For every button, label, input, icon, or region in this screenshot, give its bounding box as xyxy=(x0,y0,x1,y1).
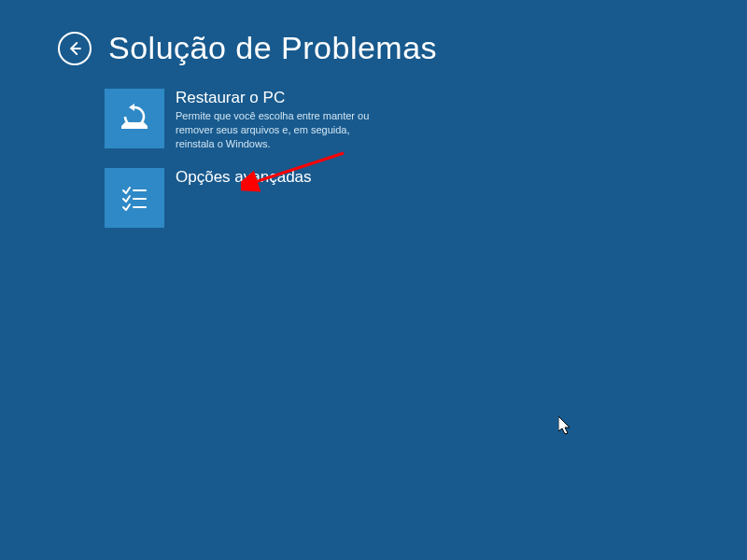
tile-advanced-options[interactable]: Opções avançadas xyxy=(105,168,375,228)
restore-pc-icon xyxy=(105,89,164,148)
svg-marker-9 xyxy=(558,416,570,434)
tile-text: Restaurar o PC Permite que você escolha … xyxy=(164,89,375,151)
header: Solução de Problemas xyxy=(0,0,747,66)
back-button[interactable] xyxy=(58,32,92,65)
page-title: Solução de Problemas xyxy=(108,30,437,66)
mouse-cursor-icon xyxy=(558,416,573,437)
tile-text: Opções avançadas xyxy=(164,168,312,189)
options-list: Restaurar o PC Permite que você escolha … xyxy=(105,89,747,228)
arrow-left-icon xyxy=(66,40,83,57)
tile-description: Permite que você escolha entre manter ou… xyxy=(176,109,375,151)
tile-title: Restaurar o PC xyxy=(176,89,375,107)
svg-marker-1 xyxy=(129,104,134,111)
svg-marker-3 xyxy=(121,122,148,126)
advanced-options-icon xyxy=(105,168,164,228)
svg-rect-2 xyxy=(121,126,148,129)
tile-title: Opções avançadas xyxy=(176,168,312,187)
tile-restore-pc[interactable]: Restaurar o PC Permite que você escolha … xyxy=(105,89,375,151)
